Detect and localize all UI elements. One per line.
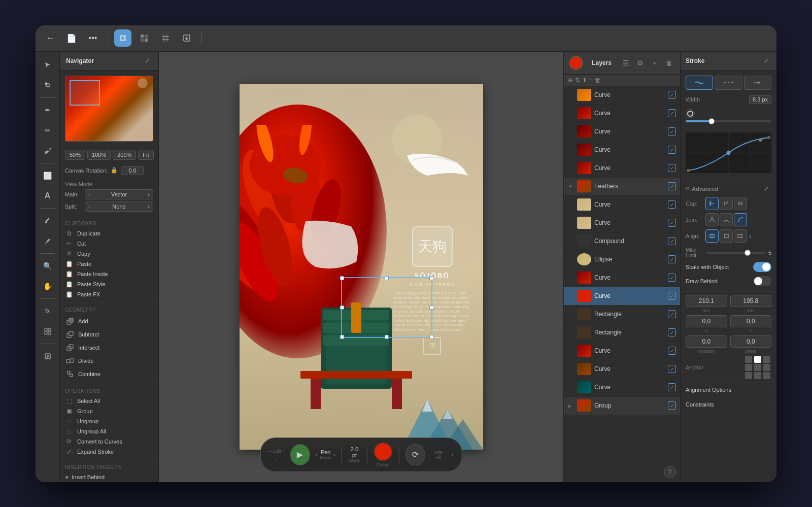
stroke-dashed-button[interactable] bbox=[715, 76, 742, 90]
y-input[interactable] bbox=[730, 315, 772, 327]
export-button[interactable] bbox=[178, 29, 195, 47]
layers-swap-button[interactable]: ⇅ bbox=[575, 77, 580, 84]
layers-add-layer-button[interactable]: + bbox=[589, 77, 593, 84]
alignment-options-button[interactable]: Alignment Options › bbox=[681, 382, 776, 397]
zoom-200-button[interactable]: 200% bbox=[113, 150, 136, 160]
shear-input[interactable] bbox=[730, 335, 772, 348]
layer-item[interactable]: Curve ✓ bbox=[564, 360, 680, 379]
layer-visibility[interactable]: ✓ bbox=[668, 91, 676, 99]
layer-item[interactable]: Curve ✓ bbox=[564, 105, 680, 123]
layer-item[interactable]: Curve ✓ bbox=[564, 342, 680, 360]
duplicate-button[interactable]: ⧉ Duplicate bbox=[60, 228, 158, 239]
layer-visibility[interactable]: ✓ bbox=[668, 383, 676, 391]
layers-remove-layer-button[interactable]: 🗑 bbox=[595, 77, 601, 84]
layer-visibility[interactable]: ✓ bbox=[668, 109, 676, 117]
miter-slider[interactable] bbox=[706, 252, 765, 254]
mode-prev-button[interactable]: ‹ bbox=[316, 451, 318, 458]
join-round-button[interactable] bbox=[720, 213, 733, 226]
layer-item[interactable]: Curve ✓ bbox=[564, 269, 680, 287]
canvas-rotation-input[interactable] bbox=[121, 166, 144, 175]
width-slider[interactable] bbox=[686, 120, 771, 122]
insert-behind-button[interactable]: ● Insert Behind bbox=[60, 472, 158, 482]
node-tool[interactable] bbox=[39, 76, 57, 94]
group-button[interactable]: ▣ Group bbox=[60, 406, 158, 416]
mode-next-button[interactable]: › bbox=[333, 451, 335, 458]
layer-item-group[interactable]: ▶ Group ✓ bbox=[564, 397, 680, 415]
layer-visibility[interactable]: ✓ bbox=[668, 274, 676, 282]
subtract-button[interactable]: Subtract bbox=[60, 328, 158, 341]
layer-visibility[interactable]: ✓ bbox=[668, 347, 676, 355]
grid-tool[interactable] bbox=[39, 322, 57, 341]
layer-visibility[interactable]: ✓ bbox=[668, 200, 676, 209]
anchor-tc[interactable] bbox=[754, 356, 761, 363]
view-mode-main-selector[interactable]: ‹ Vector › bbox=[85, 189, 153, 199]
layer-item[interactable]: Curve ✓ bbox=[564, 141, 680, 159]
paste-inside-button[interactable]: 📋 Paste Inside bbox=[60, 269, 158, 279]
layer-item[interactable]: Curve ✓ bbox=[564, 123, 680, 141]
toolbar-more-button[interactable]: › bbox=[452, 451, 454, 458]
layer-visibility[interactable]: ✓ bbox=[668, 237, 676, 245]
brush-tool[interactable]: 🖌 bbox=[39, 142, 57, 160]
layer-item-ellipse[interactable]: Ellipse ✓ bbox=[564, 251, 680, 269]
use-fill-button[interactable]: ⟳ bbox=[405, 444, 425, 465]
anchor-br[interactable] bbox=[763, 372, 770, 379]
help-button[interactable]: ? bbox=[664, 466, 676, 478]
advanced-expand-button[interactable]: ⤢ bbox=[761, 184, 771, 194]
fill-tool[interactable] bbox=[39, 212, 57, 230]
align-center-button[interactable] bbox=[705, 229, 719, 243]
layer-visibility[interactable]: ✓ bbox=[668, 328, 676, 336]
layer-visibility[interactable]: ✓ bbox=[668, 182, 676, 190]
intersect-button[interactable]: Intersect bbox=[60, 341, 158, 354]
paste-fx-button[interactable]: 📋 Paste FX bbox=[60, 289, 158, 299]
layer-visibility[interactable]: ✓ bbox=[668, 219, 676, 227]
paste-button[interactable]: 📋 Paste bbox=[60, 259, 158, 269]
cap-round-button[interactable] bbox=[720, 197, 733, 210]
back-button[interactable]: ← bbox=[42, 29, 59, 47]
draw-behind-toggle[interactable] bbox=[753, 276, 771, 286]
stroke-solid-button[interactable] bbox=[686, 76, 713, 90]
layer-visibility[interactable]: ✓ bbox=[668, 127, 676, 136]
anchor-tr[interactable] bbox=[763, 356, 770, 363]
height-input[interactable] bbox=[730, 295, 772, 307]
join-miter-button[interactable] bbox=[705, 213, 719, 226]
colour-picker[interactable] bbox=[374, 442, 393, 461]
anchor-mc[interactable] bbox=[754, 364, 761, 371]
anchor-bc[interactable] bbox=[754, 372, 761, 379]
navigator-popout-button[interactable]: ⤢ bbox=[142, 56, 152, 66]
fx-tool[interactable]: fx bbox=[39, 302, 57, 320]
join-bevel-button[interactable] bbox=[734, 213, 747, 226]
copy-button[interactable]: ⎘ Copy bbox=[60, 249, 158, 259]
more-options-button[interactable]: ••• bbox=[84, 29, 101, 47]
align-outside-button[interactable] bbox=[734, 229, 747, 243]
anchor-bl[interactable] bbox=[745, 372, 752, 379]
align-inside-button[interactable] bbox=[720, 229, 733, 243]
zoom-50-button[interactable]: 50% bbox=[65, 150, 85, 160]
cap-butt-button[interactable] bbox=[705, 197, 719, 210]
text-tool[interactable]: A bbox=[39, 187, 57, 205]
layers-delete-button[interactable]: 🗑 bbox=[663, 57, 675, 69]
layers-settings-button[interactable]: ⚙ bbox=[634, 57, 647, 69]
layer-item-rect1[interactable]: Rectangle ✓ bbox=[564, 306, 680, 324]
add-button[interactable]: Add bbox=[60, 315, 158, 328]
align-more-button[interactable]: › bbox=[748, 229, 753, 243]
layer-item-rect2[interactable]: Rectangle ✓ bbox=[564, 324, 680, 342]
cap-square-button[interactable] bbox=[734, 197, 747, 210]
cut-button[interactable]: ✂ Cut bbox=[60, 239, 158, 249]
select-all-button[interactable]: ⬚ Select All bbox=[60, 396, 158, 406]
x-input[interactable] bbox=[686, 315, 727, 327]
canvas-area[interactable]: 天狗 SŌJŌBŌ KING OF TENGU Sōjōbō (曽祖父) is … bbox=[159, 52, 563, 482]
pen-tool[interactable]: ✒ bbox=[39, 101, 57, 119]
anchor-tl[interactable] bbox=[745, 356, 752, 363]
grid-button[interactable] bbox=[157, 29, 174, 47]
play-button[interactable]: ▶ bbox=[290, 444, 310, 465]
layer-item[interactable]: Curve ✓ bbox=[564, 214, 680, 232]
layers-collapse-button[interactable]: ⬆ bbox=[582, 77, 587, 84]
layer-item-feathers[interactable]: ▼ Feathers ✓ bbox=[564, 178, 680, 196]
select-tool[interactable] bbox=[39, 56, 57, 74]
stroke-arrow-button[interactable] bbox=[744, 76, 771, 90]
layer-item-teal[interactable]: Curve ✓ bbox=[564, 379, 680, 397]
zoom-tool[interactable]: 🔍 bbox=[39, 257, 57, 275]
ungroup-all-button[interactable]: □ Ungroup All bbox=[60, 426, 158, 436]
layers-color-dot[interactable] bbox=[569, 56, 583, 70]
layer-visibility[interactable]: ✓ bbox=[668, 292, 676, 300]
